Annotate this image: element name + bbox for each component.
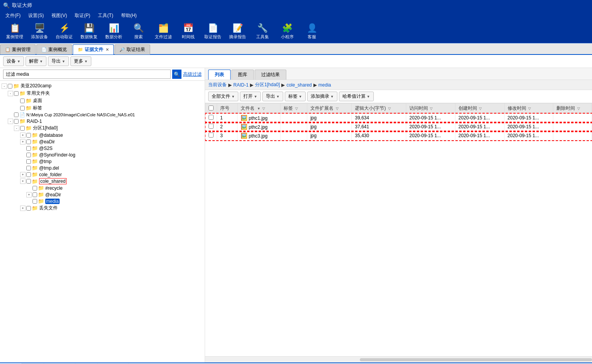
tree-checkbox-tmp[interactable] — [26, 159, 31, 164]
row-checkbox-cell[interactable] — [205, 114, 217, 122]
breadcrumb-item-3[interactable]: cole_shared — [286, 82, 311, 88]
data-recovery-btn[interactable]: 💾 数据恢复 — [77, 22, 101, 41]
device-btn[interactable]: 设备 ▼ — [3, 56, 24, 66]
tree-node-desktop[interactable]: 📁 桌面 — [0, 97, 205, 104]
tree-checkbox-tags[interactable] — [20, 106, 25, 111]
menu-extract[interactable]: 取证(P) — [71, 12, 94, 20]
tree-node-tags[interactable]: 📁 标签 — [0, 104, 205, 112]
all-files-btn[interactable]: 全部文件 ▼ — [208, 92, 238, 101]
breadcrumb-item-4[interactable]: media — [318, 82, 331, 88]
row-checkbox[interactable] — [209, 115, 214, 120]
advanced-filter-link[interactable]: 高级过滤 — [183, 71, 202, 78]
tag-filter-icon[interactable]: ▽ — [295, 107, 298, 111]
col-header-ext[interactable]: 文件扩展名 ▽ — [307, 104, 352, 114]
tree-checkbox-media[interactable] — [33, 199, 37, 204]
tree-checkbox-eadir[interactable] — [26, 139, 31, 144]
delete-time-filter-icon[interactable]: ▽ — [577, 107, 580, 111]
decrypt-btn[interactable]: 解密 ▼ — [26, 56, 46, 66]
tree-checkbox-database[interactable] — [26, 133, 31, 138]
col-header-access-time[interactable]: 访问时间 ▽ — [406, 104, 455, 114]
filter-input[interactable] — [3, 70, 171, 79]
tree-checkbox-lost[interactable] — [26, 206, 31, 211]
tree-expand-cole-folder[interactable]: + — [20, 172, 26, 177]
tree-node-lost-files[interactable]: + 📁 丢失文件 — [0, 204, 205, 212]
col-header-tag[interactable]: 标签 ▽ — [281, 104, 307, 114]
breadcrumb-item-2[interactable]: 分区1[hda0] — [255, 82, 280, 88]
customer-svc-btn[interactable]: 👤 客服 — [300, 22, 323, 41]
evidence-file-tab[interactable]: 📁 证据文件 ✕ — [73, 44, 114, 54]
tree-node-nas-image[interactable]: 📄 N:\Meiya Cup 2020\Image\Cole\Cole NAS\… — [0, 112, 205, 118]
horizontal-scroll[interactable] — [205, 356, 592, 362]
view-tab-list[interactable]: 列表 — [208, 70, 231, 80]
row-filename[interactable]: 🖼️pthc1.jpg — [237, 114, 281, 122]
tree-node-eadir2[interactable]: + 📁 @eaDir — [0, 191, 205, 198]
open-file-btn[interactable]: 打开 ▼ — [240, 92, 261, 101]
tree-checkbox-s2s[interactable] — [26, 146, 31, 151]
tree-node-tmp-del[interactable]: 📁 @tmp.del — [0, 165, 205, 171]
create-time-filter-icon[interactable]: ▽ — [479, 107, 482, 111]
tree-expand-meiya[interactable]: - — [2, 83, 7, 89]
table-row[interactable]: 2 🖼️pthc2.jpg jpg 37,641 2020-09-15 1...… — [205, 122, 592, 131]
tree-node-meiya2020camp[interactable]: - 📁 美亚2020camp — [0, 82, 205, 90]
case-mgmt-tab[interactable]: 📋 案例管理 — [0, 44, 36, 54]
filter-search-btn[interactable]: 🔍 — [172, 70, 181, 79]
col-header-delete-time[interactable]: 删除时间 ▽ — [553, 104, 592, 114]
add-device-btn[interactable]: 🖥️ 添加设备 — [28, 22, 51, 41]
tree-expand-eadir[interactable]: + — [20, 139, 26, 145]
tree-node-cole-folder[interactable]: + 📁 cole_folder — [0, 171, 205, 178]
row-filename[interactable]: 🖼️pthc2.jpg — [237, 122, 281, 131]
table-row[interactable]: 3 🖼️pthc3.jpg jpg 35,430 2020-09-15 1...… — [205, 131, 592, 140]
tree-node-database[interactable]: + 📁 @database — [0, 132, 205, 138]
tree-node-recycle[interactable]: 📁 #recycle — [0, 185, 205, 191]
filename-filter-icon[interactable]: ▽ — [262, 107, 265, 111]
view-tab-filter-result[interactable]: 过滤结果 — [255, 70, 286, 80]
menu-file[interactable]: 文件(F) — [2, 12, 24, 20]
table-row[interactable]: 1 🖼️pthc1.jpg jpg 39,634 2020-09-15 1...… — [205, 114, 592, 122]
tree-expand-cole-shared[interactable]: + — [20, 179, 26, 184]
tree-node-common-files[interactable]: - 📁 常用文件夹 — [0, 90, 205, 97]
menu-view[interactable]: 视图(V) — [48, 12, 71, 20]
tree-node-cole-shared[interactable]: + 📁 cole_shared — [0, 178, 205, 185]
tree-checkbox-tmp-del[interactable] — [26, 166, 31, 170]
tree-node-s2s[interactable]: 📁 @S2S — [0, 145, 205, 151]
tree-expand-lost[interactable]: + — [20, 206, 26, 211]
tree-checkbox-common[interactable] — [14, 91, 19, 96]
tree-expand-partition[interactable]: - — [14, 126, 19, 131]
tree-expand-raid1[interactable]: - — [8, 119, 13, 124]
file-filter-btn[interactable]: 🗂️ 文件过滤 — [152, 22, 175, 41]
tree-node-media[interactable]: 📁 media — [0, 198, 205, 204]
tree-node-eadir[interactable]: + 📁 @eaDir — [0, 138, 205, 145]
auto-extract-btn[interactable]: ⚡ 自动取证 — [53, 22, 76, 41]
tree-node-synofinder[interactable]: 📁 @SynoFinder-log — [0, 151, 205, 158]
export-sub-btn[interactable]: 导出 ▼ — [48, 56, 69, 66]
col-header-filename[interactable]: 文件名 ▼ ▽ — [237, 104, 281, 114]
breadcrumb-item-0[interactable]: 当前设备 — [208, 82, 227, 88]
select-all-checkbox[interactable] — [209, 105, 214, 111]
extract-report-btn[interactable]: 📄 取证报告 — [201, 22, 224, 41]
menu-help[interactable]: 帮助(H) — [117, 12, 141, 20]
timeline-btn[interactable]: 📅 时间线 — [176, 22, 200, 41]
mini-prog-btn[interactable]: 🧩 小程序 — [275, 22, 299, 41]
view-tab-gallery[interactable]: 图库 — [231, 70, 254, 80]
row-checkbox[interactable] — [209, 133, 214, 138]
search-btn[interactable]: 🔍 搜索 — [127, 22, 150, 41]
tree-node-raid1[interactable]: - 📁 RAID-1 — [0, 118, 205, 124]
tree-checkbox-partition[interactable] — [20, 126, 25, 131]
tree-checkbox-eadir2[interactable] — [33, 192, 37, 197]
extract-result-tab[interactable]: 🔎 取证结果 — [115, 44, 150, 54]
tree-checkbox-nas[interactable] — [14, 112, 19, 117]
row-checkbox-cell[interactable] — [205, 122, 217, 131]
menu-settings[interactable]: 设置(S) — [24, 12, 48, 20]
tree-expand-database[interactable]: + — [20, 133, 26, 138]
tree-checkbox-synofinder[interactable] — [26, 153, 31, 157]
row-checkbox[interactable] — [209, 124, 214, 129]
toolbox-btn[interactable]: 🔧 工具集 — [251, 22, 274, 41]
modify-time-filter-icon[interactable]: ▽ — [528, 107, 531, 111]
col-header-logical-size[interactable]: 逻辑大小(字节) ▽ — [352, 104, 406, 114]
export-file-btn[interactable]: 导出 ▼ — [262, 92, 283, 101]
tree-node-tmp[interactable]: 📁 @tmp — [0, 158, 205, 165]
col-header-seq[interactable]: 序号 — [217, 104, 238, 114]
row-filename[interactable]: 🖼️pthc3.jpg — [237, 131, 281, 140]
case-mgmt-btn[interactable]: 📋 案例管理 — [3, 22, 26, 41]
data-analysis-btn[interactable]: 📊 数据分析 — [102, 22, 125, 41]
